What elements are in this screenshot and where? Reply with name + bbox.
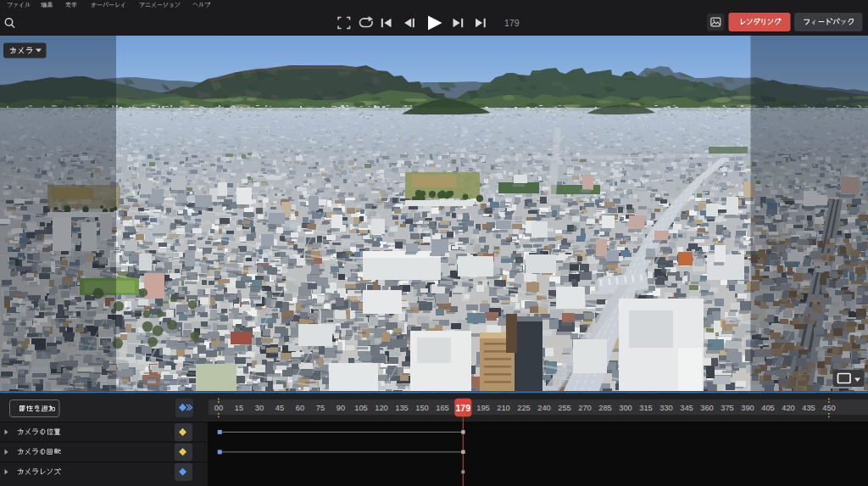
svg-text:315: 315 <box>639 404 653 412</box>
svg-text:60: 60 <box>296 404 304 412</box>
svg-text:150: 150 <box>415 404 429 412</box>
svg-text:360: 360 <box>700 404 714 412</box>
svg-text:75: 75 <box>316 404 325 412</box>
svg-text:300: 300 <box>619 404 632 412</box>
svg-text:45: 45 <box>275 404 284 412</box>
svg-text:179: 179 <box>504 18 520 28</box>
svg-text:375: 375 <box>721 404 734 412</box>
svg-text:210: 210 <box>497 404 510 412</box>
svg-text:420: 420 <box>782 404 795 412</box>
svg-text:120: 120 <box>375 404 388 412</box>
svg-text:255: 255 <box>558 404 571 412</box>
svg-text:195: 195 <box>476 404 490 412</box>
svg-text:330: 330 <box>659 404 673 412</box>
svg-text:30: 30 <box>255 404 264 412</box>
svg-text:00: 00 <box>214 404 223 412</box>
svg-text:435: 435 <box>802 404 815 412</box>
svg-text:450: 450 <box>822 404 836 412</box>
svg-text:15: 15 <box>235 404 243 412</box>
svg-text:225: 225 <box>517 404 531 412</box>
svg-text:405: 405 <box>761 404 775 412</box>
svg-text:179: 179 <box>455 403 470 413</box>
svg-text:270: 270 <box>578 404 592 412</box>
svg-text:240: 240 <box>537 404 551 412</box>
svg-text:285: 285 <box>598 404 612 412</box>
svg-text:345: 345 <box>680 404 693 412</box>
svg-text:90: 90 <box>337 404 345 412</box>
svg-text:165: 165 <box>436 404 449 412</box>
svg-text:135: 135 <box>395 404 409 412</box>
svg-text:390: 390 <box>741 404 754 412</box>
svg-text:105: 105 <box>354 404 368 412</box>
